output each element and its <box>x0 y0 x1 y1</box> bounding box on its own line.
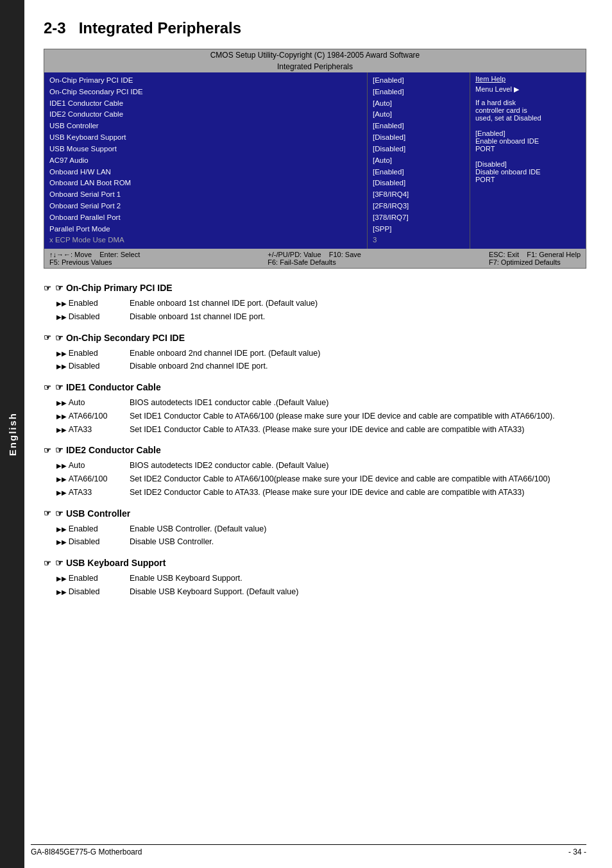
bios-middle-panel: [Enabled][Enabled][Auto][Auto][Enabled][… <box>368 72 470 249</box>
bios-row-label: USB Mouse Support <box>49 144 362 155</box>
option-bullet: Disabled <box>44 310 127 324</box>
table-row: EnabledEnable USB Keyboard Support. <box>44 572 586 585</box>
option-desc: Enable onboard 2nd channel IDE port. (De… <box>127 347 586 360</box>
option-bullet: Disabled <box>44 585 127 599</box>
table-row: DisabledDisable onboard 1st channel IDE … <box>44 310 586 324</box>
table-row: ATA66/100Set IDE1 Conductor Cable to ATA… <box>44 410 586 423</box>
table-row: EnabledEnable onboard 2nd channel IDE po… <box>44 347 586 360</box>
option-desc: BIOS autodetects IDE2 conductor cable. (… <box>127 459 586 472</box>
option-desc: Set IDE2 Conductor Cable to ATA33. (Plea… <box>127 486 586 499</box>
table-row: DisabledDisable USB Keyboard Support. (D… <box>44 585 586 599</box>
option-desc: Disable USB Controller. <box>127 535 586 549</box>
option-table: AutoBIOS autodetects IDE1 conductor cabl… <box>44 396 586 436</box>
bios-row-value: [Auto] <box>373 109 464 121</box>
option-desc: BIOS autodetects IDE1 conductor cable .(… <box>127 396 586 410</box>
option-bullet: Disabled <box>44 535 127 549</box>
page-footer: GA-8I845GE775-G Motherboard - 34 - <box>31 844 586 856</box>
option-bullet: Auto <box>44 459 127 472</box>
bios-row-value: [Auto] <box>373 98 464 110</box>
bios-row-label: Onboard H/W LAN <box>49 167 362 178</box>
bios-row-value: [3F8/IRQ4] <box>373 189 464 201</box>
bios-row-value: [SPP] <box>373 224 464 235</box>
bios-header-1: CMOS Setup Utility-Copyright (C) 1984-20… <box>44 49 586 61</box>
page-title: 2-3 Integrated Peripherals <box>44 19 586 37</box>
bios-row-label: Onboard LAN Boot ROM <box>49 178 362 189</box>
bios-row-label: AC97 Audio <box>49 155 362 167</box>
footer-left: GA-8I845GE775-G Motherboard <box>31 847 142 856</box>
table-row: AutoBIOS autodetects IDE1 conductor cabl… <box>44 396 586 410</box>
footer-right: - 34 - <box>568 847 586 856</box>
sections-container: ☞ On-Chip Primary PCI IDEEnabledEnable o… <box>44 283 586 599</box>
table-row: ATA33Set IDE2 Conductor Cable to ATA33. … <box>44 486 586 499</box>
bios-row-label: USB Keyboard Support <box>49 132 362 144</box>
section-number: 2-3 <box>44 19 66 37</box>
table-row: DisabledDisable onboard 2nd channel IDE … <box>44 360 586 373</box>
sidebar-label: English <box>7 412 18 456</box>
bios-table: CMOS Setup Utility-Copyright (C) 1984-20… <box>44 49 586 269</box>
section-title: Integrated Peripherals <box>79 19 241 37</box>
bios-footer: ↑↓→←: Move Enter: Select F5: Previous Va… <box>44 249 586 268</box>
bios-row-value: [Enabled] <box>373 75 464 87</box>
option-bullet: ATA66/100 <box>44 472 127 486</box>
option-desc: Disable onboard 1st channel IDE port. <box>127 310 586 324</box>
table-row: ATA33Set IDE1 Conductor Cable to ATA33. … <box>44 423 586 437</box>
bios-row-label: Parallel Port Mode <box>49 224 362 235</box>
bios-help-text: If a hard disk controller card is used, … <box>475 99 581 183</box>
bios-row-label: IDE1 Conductor Cable <box>49 98 362 110</box>
option-bullet: Enabled <box>44 572 127 585</box>
bios-row-value: 3 <box>373 235 464 246</box>
option-bullet: ATA33 <box>44 423 127 437</box>
bios-row-value: [Enabled] <box>373 121 464 132</box>
bios-row-label: x ECP Mode Use DMA <box>49 235 362 246</box>
bios-row-value: [2F8/IRQ3] <box>373 201 464 212</box>
bios-footer-right: ESC: Exit F1: General Help F7: Optimized… <box>489 251 581 266</box>
table-row: EnabledEnable USB Controller. (Default v… <box>44 522 586 536</box>
option-table: EnabledEnable onboard 2nd channel IDE po… <box>44 347 586 374</box>
bios-row-label: On-Chip Primary PCI IDE <box>49 75 362 87</box>
bios-footer-move: ↑↓→←: Move Enter: Select <box>49 251 140 258</box>
bios-footer-mid: +/-/PU/PD: Value F10: Save F6: Fail-Safe… <box>268 251 361 266</box>
table-row: EnabledEnable onboard 1st channel IDE po… <box>44 297 586 310</box>
bios-header-2: Integrated Peripherals <box>44 61 586 72</box>
section-heading: ☞ IDE1 Conductor Cable <box>44 382 586 392</box>
bios-row-value: [378/IRQ7] <box>373 212 464 224</box>
option-table: EnabledEnable USB Keyboard Support.Disab… <box>44 572 586 599</box>
section-heading: ☞ IDE2 Conductor Cable <box>44 445 586 455</box>
bios-row-value: [Disabled] <box>373 132 464 144</box>
bios-row-value: [Auto] <box>373 155 464 167</box>
bios-footer-left: ↑↓→←: Move Enter: Select F5: Previous Va… <box>49 251 140 266</box>
section-heading: ☞ USB Keyboard Support <box>44 558 586 568</box>
section-heading: ☞ On-Chip Primary PCI IDE <box>44 283 586 293</box>
bios-body: On-Chip Primary PCI IDEOn-Chip Secondary… <box>44 72 586 249</box>
option-desc: Set IDE1 Conductor Cable to ATA33. (Plea… <box>127 423 586 437</box>
option-desc: Set IDE2 Conductor Cable to ATA66/100(pl… <box>127 472 586 486</box>
option-bullet: Auto <box>44 396 127 410</box>
option-desc: Disable USB Keyboard Support. (Default v… <box>127 585 586 599</box>
section-heading: ☞ USB Controller <box>44 508 586 519</box>
option-bullet: ATA33 <box>44 486 127 499</box>
bios-row-value: [Disabled] <box>373 144 464 155</box>
option-table: EnabledEnable USB Controller. (Default v… <box>44 522 586 549</box>
option-bullet: ATA66/100 <box>44 410 127 423</box>
bios-row-label: Onboard Serial Port 1 <box>49 189 362 201</box>
table-row: ATA66/100Set IDE2 Conductor Cable to ATA… <box>44 472 586 486</box>
bios-row-value: [Enabled] <box>373 167 464 178</box>
bios-row-label: Onboard Parallel Port <box>49 212 362 224</box>
option-bullet: Enabled <box>44 522 127 536</box>
option-bullet: Enabled <box>44 347 127 360</box>
option-desc: Enable onboard 1st channel IDE port. (De… <box>127 297 586 310</box>
bios-row-label: On-Chip Secondary PCI IDE <box>49 87 362 98</box>
bios-row-label: USB Controller <box>49 121 362 132</box>
option-table: EnabledEnable onboard 1st channel IDE po… <box>44 297 586 324</box>
section-heading: ☞ On-Chip Secondary PCI IDE <box>44 333 586 343</box>
option-bullet: Disabled <box>44 360 127 373</box>
table-row: AutoBIOS autodetects IDE2 conductor cabl… <box>44 459 586 472</box>
bios-row-label: IDE2 Conductor Cable <box>49 109 362 121</box>
option-desc: Disable onboard 2nd channel IDE port. <box>127 360 586 373</box>
option-desc: Enable USB Keyboard Support. <box>127 572 586 585</box>
bios-footer-prev: F5: Previous Values <box>49 258 140 266</box>
sidebar: English <box>0 0 24 868</box>
bios-row-value: [Enabled] <box>373 87 464 98</box>
bios-row-label: Onboard Serial Port 2 <box>49 201 362 212</box>
bios-menu-level: Menu Level ▶ <box>475 85 581 94</box>
